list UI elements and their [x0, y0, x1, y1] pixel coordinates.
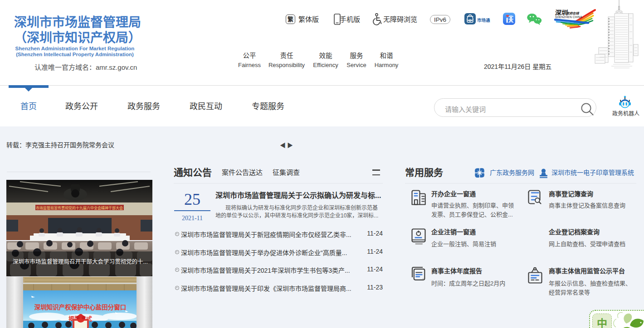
svg-text:SHENZHEN CHINA: SHENZHEN CHINA	[555, 15, 582, 19]
svg-text:市场监管局宣传贯彻党的十九届六中全会精神干部大会: 市场监管局宣传贯彻党的十九届六中全会精神干部大会	[36, 206, 123, 210]
svg-text:深圳知识产权保护中心盐田分窗口: 深圳知识产权保护中心盐田分窗口	[34, 304, 127, 311]
